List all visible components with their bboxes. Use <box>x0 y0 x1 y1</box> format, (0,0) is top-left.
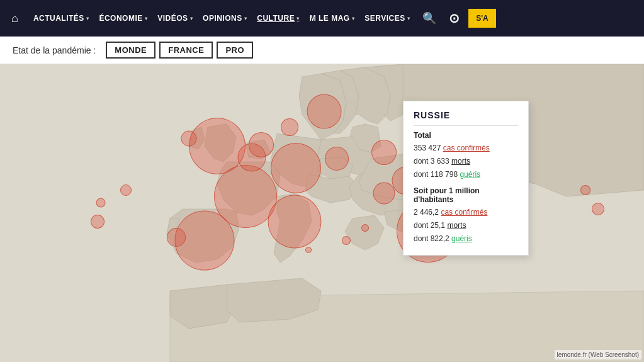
nav-item-actualites[interactable]: ACTUALITÉS ▾ <box>28 10 94 26</box>
subscribe-button[interactable]: S'A <box>468 9 496 28</box>
nav-label-culture: CULTURE <box>257 14 295 23</box>
search-icon[interactable]: 🔍 <box>417 8 441 29</box>
deaths-million-prefix: dont 25,1 <box>414 221 445 230</box>
nav-label-services: SERVICES <box>364 14 405 23</box>
chevron-down-icon: ▾ <box>407 16 410 21</box>
dropdown-row-recovered-million: dont 822,2 guéris <box>414 233 518 244</box>
dropdown-total-title: Total <box>414 131 518 140</box>
dropdown-row-deaths-million: dont 25,1 morts <box>414 220 518 231</box>
tab-pro[interactable]: PRO <box>217 42 253 59</box>
dropdown-country: RUSSIE <box>414 110 518 126</box>
confirmed-num: 353 427 <box>414 144 441 152</box>
confirmed-link[interactable]: cas confirmés <box>443 144 490 152</box>
pandemic-label: Etat de la pandémie : <box>13 45 96 55</box>
chevron-down-icon: ▾ <box>190 16 193 21</box>
home-icon[interactable]: ⌂ <box>6 8 23 29</box>
dropdown-row-recovered: dont 118 798 guéris <box>414 169 518 180</box>
bubble-small-1[interactable] <box>120 184 132 196</box>
chevron-down-icon: ▾ <box>297 16 300 21</box>
recovered-million-prefix: dont 822,2 <box>414 234 449 243</box>
deaths-link[interactable]: morts <box>451 157 470 166</box>
bubble-germany[interactable] <box>271 143 321 193</box>
bubble-romania[interactable] <box>373 183 395 205</box>
bubble-small-3[interactable] <box>91 215 105 229</box>
tab-france[interactable]: FRANCE <box>159 42 213 59</box>
confirmed-million-num: 2 446,2 <box>414 208 439 217</box>
nav-item-culture[interactable]: CULTURE ▾ <box>252 10 304 26</box>
navbar: ⌂ ACTUALITÉS ▾ ÉCONOMIE ▾ VIDÉOS ▾ OPINI… <box>0 0 644 37</box>
nav-item-opinions[interactable]: OPINIONS ▾ <box>198 10 252 26</box>
dropdown-panel: RUSSIE Total 353 427 cas confirmés dont … <box>403 101 529 256</box>
chevron-down-icon: ▾ <box>244 16 247 21</box>
bubble-poland[interactable] <box>325 147 349 171</box>
nav-item-services[interactable]: SERVICES ▾ <box>359 10 415 26</box>
bubble-small-2[interactable] <box>96 198 106 208</box>
bubble-small-8[interactable] <box>305 247 312 253</box>
bubble-sweden[interactable] <box>307 94 342 129</box>
bubble-italy[interactable] <box>268 195 322 249</box>
bubble-portugal[interactable] <box>167 228 186 247</box>
bubble-small-7[interactable] <box>592 203 604 215</box>
dropdown-row-confirmed-million: 2 446,2 cas confirmés <box>414 206 518 218</box>
deaths-million-link[interactable]: morts <box>447 221 466 230</box>
watermark: lemonde.fr (Web Screenshot) <box>555 350 641 359</box>
map-container: RUSSIE Total 353 427 cas confirmés dont … <box>0 64 644 362</box>
recovered-prefix: dont 118 798 <box>414 170 458 179</box>
chevron-down-icon: ▾ <box>145 16 148 21</box>
nav-item-videos[interactable]: VIDÉOS ▾ <box>152 10 198 26</box>
login-icon[interactable]: ⊙ <box>444 7 465 30</box>
bubble-small-4[interactable] <box>361 224 369 232</box>
chevron-down-icon: ▾ <box>352 16 355 21</box>
dropdown-row-confirmed: 353 427 cas confirmés <box>414 142 518 154</box>
nav-label-actualites: ACTUALITÉS <box>33 14 84 23</box>
tab-monde[interactable]: MONDE <box>106 42 155 59</box>
nav-label-economie: ÉCONOMIE <box>99 14 142 23</box>
nav-item-m-le-mag[interactable]: M LE MAG ▾ <box>305 10 360 26</box>
bubble-small-6[interactable] <box>580 185 590 195</box>
nav-label-m-le-mag: M LE MAG <box>310 14 350 23</box>
deaths-prefix: dont 3 633 <box>414 157 449 166</box>
bubble-ireland[interactable] <box>181 131 197 147</box>
pandemic-bar: Etat de la pandémie : MONDE FRANCE PRO <box>0 37 644 64</box>
dropdown-row-deaths: dont 3 633 morts <box>414 156 518 167</box>
confirmed-million-link[interactable]: cas confirmés <box>441 208 487 217</box>
recovered-link[interactable]: guéris <box>460 170 480 179</box>
bubble-netherlands[interactable] <box>249 132 274 157</box>
nav-label-opinions: OPINIONS <box>203 14 242 23</box>
nav-label-videos: VIDÉOS <box>157 14 188 23</box>
recovered-million-link[interactable]: guéris <box>451 234 472 243</box>
bubble-denmark[interactable] <box>281 118 298 136</box>
dropdown-per-million-title: Soit pour 1 million d'habitants <box>414 186 518 204</box>
bubble-belarus[interactable] <box>371 140 397 165</box>
bubble-small-5[interactable] <box>342 236 351 245</box>
chevron-down-icon: ▾ <box>86 16 89 21</box>
nav-item-economie[interactable]: ÉCONOMIE ▾ <box>94 10 152 26</box>
